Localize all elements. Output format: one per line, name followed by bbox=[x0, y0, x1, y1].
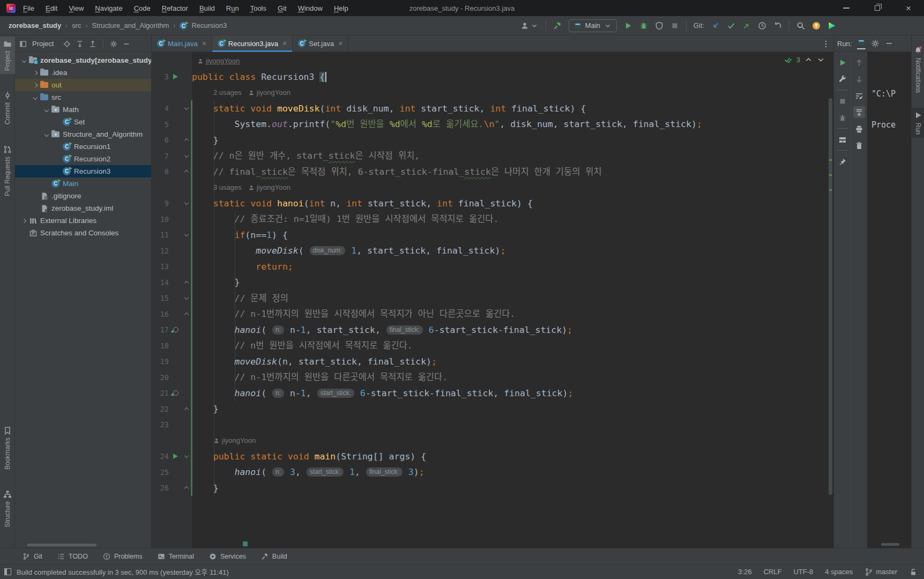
next-problem-button[interactable] bbox=[817, 55, 825, 64]
tab-close-icon[interactable]: × bbox=[202, 39, 206, 48]
git-push-button[interactable] bbox=[742, 21, 751, 31]
stripe-item-structure[interactable]: Structure bbox=[0, 487, 15, 531]
menu-edit[interactable]: Edit bbox=[46, 4, 57, 12]
run-gutter-icon[interactable] bbox=[173, 454, 178, 459]
fold-marker-icon[interactable] bbox=[184, 454, 189, 458]
menu-window[interactable]: Window bbox=[298, 4, 323, 12]
layout-settings-button[interactable] bbox=[837, 133, 848, 145]
fold-marker-icon[interactable] bbox=[184, 170, 189, 174]
tree-chevron-icon[interactable] bbox=[42, 108, 51, 112]
menu-view[interactable]: View bbox=[69, 4, 84, 12]
toolwindow-button-build[interactable]: Build bbox=[261, 553, 287, 560]
inspections-widget[interactable]: 3 bbox=[784, 55, 825, 64]
breadcrumb-item[interactable]: Recursion3 bbox=[191, 21, 227, 29]
menu-navigate[interactable]: Navigate bbox=[95, 4, 122, 12]
tab-set-java[interactable]: Set.java× bbox=[293, 35, 348, 51]
editor-scrollbar[interactable] bbox=[828, 52, 833, 548]
hide-run-panel-button[interactable] bbox=[885, 39, 893, 48]
tree-chevron-icon[interactable] bbox=[31, 71, 40, 75]
git-branch[interactable]: master bbox=[865, 567, 897, 576]
tree-item-structure_and_algorithm[interactable]: Structure_and_Algorithm bbox=[15, 128, 151, 140]
tree-item-recursion3[interactable]: Recursion3 bbox=[15, 165, 151, 177]
tree-item-src[interactable]: src bbox=[15, 91, 151, 103]
prev-problem-button[interactable] bbox=[804, 55, 813, 64]
author-hint[interactable]: jiyongYoon bbox=[257, 88, 290, 96]
build-button[interactable] bbox=[553, 21, 562, 31]
expand-all-button[interactable] bbox=[76, 39, 84, 48]
tree-item--gitignore[interactable]: .gitignore bbox=[15, 190, 151, 202]
collapse-all-button[interactable] bbox=[89, 39, 96, 48]
fold-marker-icon[interactable] bbox=[184, 106, 189, 110]
breadcrumb-item[interactable]: src bbox=[72, 21, 81, 29]
history-button[interactable] bbox=[758, 21, 766, 31]
breadcrumb-item[interactable]: zorebase_study bbox=[9, 21, 61, 29]
tree-chevron-icon[interactable] bbox=[42, 133, 51, 136]
tab-close-icon[interactable]: × bbox=[338, 39, 342, 48]
menu-git[interactable]: Git bbox=[278, 4, 287, 12]
tree-item-math[interactable]: Math bbox=[15, 103, 151, 116]
tree-chevron-icon[interactable] bbox=[31, 84, 40, 87]
menu-tools[interactable]: Tools bbox=[250, 4, 266, 12]
stripe-item-commit[interactable]: Commit bbox=[0, 88, 15, 128]
stripe-item-project[interactable]: Project bbox=[0, 36, 15, 74]
tree-item-recursion2[interactable]: Recursion2 bbox=[15, 153, 151, 165]
toolwindow-button-todo[interactable]: TODO bbox=[57, 553, 88, 560]
scroll-to-end-button[interactable] bbox=[853, 106, 865, 118]
fold-marker-icon[interactable] bbox=[184, 313, 189, 317]
up-stacktrace-button[interactable] bbox=[853, 56, 865, 68]
profile-button[interactable] bbox=[520, 21, 539, 31]
clear-console-button[interactable] bbox=[853, 139, 865, 151]
edit-configuration-button[interactable] bbox=[837, 73, 848, 85]
stripe-item-notifications[interactable]: Notifications bbox=[912, 43, 924, 96]
run-gutter-icon[interactable] bbox=[173, 74, 178, 79]
fold-marker-icon[interactable] bbox=[184, 201, 189, 205]
breadcrumb-item[interactable]: Structure_and_Algorithm bbox=[92, 21, 169, 29]
usages-hint[interactable]: 2 usages bbox=[213, 88, 242, 96]
tree-item-set[interactable]: Set bbox=[15, 116, 151, 128]
menu-code[interactable]: Code bbox=[134, 4, 151, 12]
print-button[interactable] bbox=[853, 123, 865, 135]
tree-item-zerobase_study-iml[interactable]: zerobase_study.iml bbox=[15, 202, 151, 214]
debug-button[interactable] bbox=[639, 21, 648, 31]
console-output[interactable]: "C:\PProce bbox=[867, 52, 911, 548]
menu-help[interactable]: Help bbox=[334, 4, 348, 12]
ide-update-button[interactable] bbox=[812, 21, 821, 31]
caret-position[interactable]: 3:26 bbox=[738, 568, 751, 576]
fold-marker-icon[interactable] bbox=[184, 281, 189, 285]
soft-wrap-button[interactable] bbox=[853, 90, 865, 101]
tab-options-kebab-icon[interactable] bbox=[822, 35, 833, 51]
toolwindow-button-terminal[interactable]: Terminal bbox=[158, 553, 194, 560]
fold-marker-icon[interactable] bbox=[184, 138, 189, 143]
close-button[interactable]: × bbox=[893, 0, 924, 16]
toolwindow-button-problems[interactable]: Problems bbox=[103, 553, 143, 560]
git-update-button[interactable] bbox=[711, 21, 720, 31]
fold-marker-icon[interactable] bbox=[184, 486, 189, 491]
tree-item-scratches-and-consoles[interactable]: Scratches and Consoles bbox=[15, 227, 151, 239]
file-encoding[interactable]: UTF-8 bbox=[793, 568, 813, 576]
locate-file-button[interactable] bbox=[63, 39, 71, 48]
author-hint[interactable]: jiyongYoon bbox=[206, 57, 240, 65]
code-editor[interactable]: jiyongYoon3public class Recursion3 {2 us… bbox=[152, 52, 833, 548]
hide-panel-button[interactable] bbox=[123, 39, 130, 48]
recursive-call-gutter-icon[interactable] bbox=[173, 390, 178, 396]
recursive-call-gutter-icon[interactable] bbox=[173, 327, 178, 332]
console-tab-icon[interactable] bbox=[857, 38, 866, 49]
run-settings-button[interactable] bbox=[871, 39, 880, 48]
toolwindow-toggle-icon[interactable] bbox=[4, 568, 11, 575]
tab-main-java[interactable]: Main.java× bbox=[152, 35, 212, 51]
stop-process-button[interactable] bbox=[837, 95, 848, 107]
restart-debug-button[interactable] bbox=[837, 112, 848, 123]
stripe-item-bookmarks[interactable]: Bookmarks bbox=[0, 423, 15, 473]
indent-setting[interactable]: 4 spaces bbox=[825, 568, 853, 576]
menu-build[interactable]: Build bbox=[199, 4, 215, 12]
author-hint[interactable]: jiyongYoon bbox=[257, 183, 290, 191]
fold-marker-icon[interactable] bbox=[184, 295, 189, 300]
tree-item-zorebase_study[interactable]: zorebase_study [zerobase_study] bbox=[15, 54, 151, 66]
readonly-lock-icon[interactable] bbox=[909, 567, 918, 576]
tab-recursion3-java[interactable]: Recursion3.java× bbox=[212, 35, 293, 51]
fold-marker-icon[interactable] bbox=[184, 232, 189, 236]
usages-hint[interactable]: 3 usages bbox=[213, 183, 242, 191]
tree-item-recursion1[interactable]: Recursion1 bbox=[15, 140, 151, 153]
tree-item-out[interactable]: out bbox=[15, 79, 151, 91]
search-everywhere-button[interactable] bbox=[796, 21, 805, 31]
